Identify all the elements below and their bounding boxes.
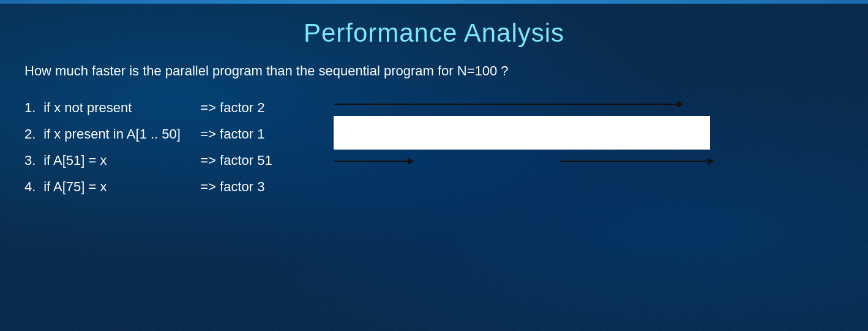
item-result: => factor 1 bbox=[200, 124, 264, 144]
arrow-line-bottom-left bbox=[334, 161, 413, 162]
item-number: 1. bbox=[24, 97, 40, 118]
arrow-line-top bbox=[334, 104, 683, 105]
array-cell-2 bbox=[370, 116, 505, 150]
item-condition: if x not present bbox=[43, 97, 196, 118]
item-number: 2. bbox=[24, 124, 40, 144]
list-item: 4. if A[75] = x => factor 3 bbox=[24, 177, 272, 197]
array-cell-1 bbox=[334, 116, 370, 150]
array-cell-6 bbox=[637, 116, 673, 150]
array-block bbox=[334, 116, 844, 150]
item-result: => factor 3 bbox=[200, 177, 264, 197]
arrow-line-bottom-right bbox=[560, 161, 713, 162]
main-body: 1. if x not present => factor 2 2. if x … bbox=[24, 97, 844, 203]
item-condition: if x present in A[1 .. 50] bbox=[43, 124, 196, 144]
array-cell-3 bbox=[505, 116, 542, 150]
subtitle-text: How much faster is the parallel program … bbox=[24, 63, 844, 79]
array-cell-7 bbox=[673, 116, 710, 150]
bottom-arrow-right bbox=[560, 161, 713, 162]
array-cell-4 bbox=[542, 116, 600, 150]
list-item: 3. if A[51] = x => factor 51 bbox=[24, 150, 272, 170]
item-number: 4. bbox=[24, 177, 40, 197]
diagram-section bbox=[321, 104, 844, 162]
list-item: 2. if x present in A[1 .. 50] => factor … bbox=[24, 124, 272, 144]
item-condition: if A[75] = x bbox=[43, 177, 196, 197]
list-section: 1. if x not present => factor 2 2. if x … bbox=[24, 97, 272, 203]
array-cell-5 bbox=[600, 116, 637, 150]
top-arrow bbox=[334, 104, 844, 105]
list-item: 1. if x not present => factor 2 bbox=[24, 97, 272, 118]
bottom-arrows bbox=[334, 161, 844, 162]
item-number: 3. bbox=[24, 150, 40, 170]
item-condition: if A[51] = x bbox=[43, 150, 196, 170]
page-content: Performance Analysis How much faster is … bbox=[0, 0, 868, 215]
item-result: => factor 51 bbox=[200, 150, 272, 170]
bottom-arrow-left bbox=[334, 161, 413, 162]
page-title: Performance Analysis bbox=[24, 12, 844, 48]
item-result: => factor 2 bbox=[200, 97, 264, 118]
